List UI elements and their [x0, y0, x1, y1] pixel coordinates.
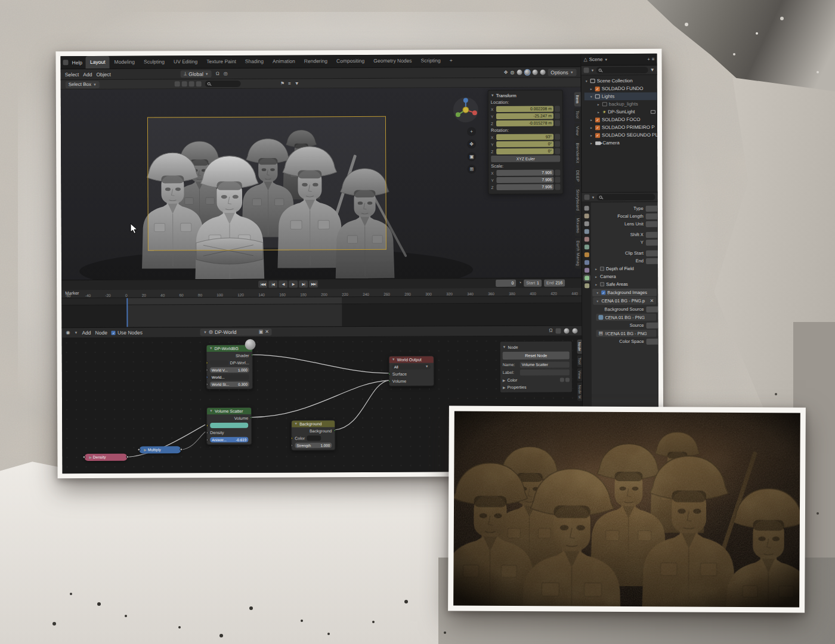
timeline-track[interactable]: 0: [61, 296, 582, 327]
use-nodes-checkbox[interactable]: ✓: [112, 330, 116, 335]
output-target-dropdown[interactable]: All▼: [392, 364, 431, 369]
section-safe-areas[interactable]: ▸ Safe Areas: [591, 280, 658, 288]
properties-tab-object-icon[interactable]: [584, 252, 589, 257]
properties-tab-material-icon[interactable]: [584, 283, 589, 288]
new-scene-button[interactable]: +: [647, 57, 650, 61]
outliner-row-soldado-primeiro[interactable]: ▸✓ SOLDADO PRIMEIRO P: [584, 123, 657, 132]
section-camera[interactable]: ▸ Camera: [591, 273, 658, 280]
shift-x-field[interactable]: [646, 232, 658, 238]
mode-icon-4[interactable]: [196, 81, 202, 86]
menu-add[interactable]: Add: [83, 71, 92, 77]
frame-start-field[interactable]: Start 1: [524, 280, 542, 287]
scene-options-icon[interactable]: ≡: [652, 57, 655, 61]
reset-node-button[interactable]: Reset Node: [503, 351, 570, 359]
node-header[interactable]: ▼ Volume Scatter: [207, 408, 251, 414]
volume-output-socket[interactable]: [250, 416, 251, 419]
workspace-tab-compositing[interactable]: Compositing: [332, 55, 369, 67]
sidebar-tab-storyboard[interactable]: Storyboard: [574, 186, 581, 213]
location-z-field[interactable]: -0.015278 m: [496, 120, 553, 126]
shading-material-icon[interactable]: [532, 70, 537, 75]
bookmark-icon[interactable]: ⚑: [280, 81, 284, 86]
viewport-search[interactable]: [205, 80, 241, 87]
node-label-field[interactable]: [520, 369, 570, 375]
sidebar-tab-blenderkit[interactable]: BlenderKit: [574, 140, 581, 166]
shader-output-socket[interactable]: [251, 354, 252, 357]
sidebar-tab-item[interactable]: Item: [574, 92, 581, 106]
node-header[interactable]: ▼ Background: [292, 420, 335, 427]
gizmo-z-axis[interactable]: [463, 98, 468, 103]
shader-tab-view[interactable]: View: [577, 368, 582, 381]
mode-icon-3[interactable]: [189, 81, 194, 86]
workspace-tab-modeling[interactable]: Modeling: [110, 56, 139, 69]
gizmo-y-axis[interactable]: [456, 112, 460, 117]
workspace-tab-layout[interactable]: Layout: [86, 56, 110, 69]
menu-object[interactable]: Object: [96, 71, 111, 77]
outliner-filter-icon[interactable]: ▼: [650, 67, 655, 72]
collection-checkbox-icon[interactable]: ✓: [595, 117, 600, 122]
strength-slider[interactable]: Strength1.000: [295, 442, 332, 448]
sidebar-tab-tool[interactable]: Tool: [574, 108, 581, 122]
scale-z-decorator[interactable]: [555, 184, 560, 190]
properties-tab-output-icon[interactable]: [584, 221, 589, 226]
proportional-edit-icon[interactable]: ◎: [224, 71, 228, 76]
rotation-y-decorator[interactable]: [555, 141, 560, 147]
world-datablock-selector[interactable]: ▼ ◍ DP-World ▣ ✕: [200, 329, 272, 336]
outliner-row-dp-sunlight[interactable]: ▸☀ DP-SunLight: [584, 108, 657, 116]
worldbg-strength-slider[interactable]: World St...0.300: [210, 381, 249, 386]
preview-sphere-icon[interactable]: [564, 328, 569, 333]
clip-end-field[interactable]: [646, 258, 658, 264]
sidebar-tab-darth[interactable]: Darth Manag: [575, 237, 582, 269]
density-input-socket[interactable]: [207, 431, 208, 434]
overlays-icon[interactable]: ◍: [510, 70, 514, 75]
colorspace-dropdown[interactable]: [647, 339, 658, 345]
blender-logo-icon[interactable]: [63, 60, 69, 65]
scale-x-field[interactable]: 7.906: [496, 170, 553, 176]
fake-user-shield-icon[interactable]: ▣: [259, 330, 264, 335]
scale-y-decorator[interactable]: [555, 177, 560, 183]
playhead[interactable]: 0: [126, 298, 128, 327]
outliner-row-camera[interactable]: ▸ Camera: [584, 139, 657, 147]
clip-start-field[interactable]: [646, 250, 658, 256]
collection-checkbox-icon[interactable]: ✓: [595, 125, 600, 130]
background-color-swatch[interactable]: [307, 435, 321, 441]
location-z-decorator[interactable]: [555, 120, 560, 126]
filter-funnel-icon[interactable]: ▼: [295, 81, 299, 86]
rotation-y-field[interactable]: 0°: [496, 141, 553, 147]
rotation-z-decorator[interactable]: [555, 148, 560, 154]
color-preset-icon[interactable]: [560, 377, 564, 382]
image-filepath-field[interactable]: ▤ //CENA 01 BG - PNG: [596, 330, 656, 337]
menu-help[interactable]: Help: [69, 60, 86, 66]
properties-tab-tool-icon[interactable]: [584, 206, 589, 210]
shader-menu-node[interactable]: Node: [95, 330, 107, 336]
transform-panel-header[interactable]: ▼ Transform: [491, 92, 560, 100]
outliner-row-soldado-segundo[interactable]: ▸✓ SOLDADO SEGUNDO PL: [584, 131, 657, 140]
lens-unit-field[interactable]: [646, 221, 658, 227]
sidebar-tab-deep[interactable]: DEEP: [574, 168, 581, 185]
camera-view-icon[interactable]: ▣: [467, 152, 476, 161]
scale-z-field[interactable]: 7.906: [496, 184, 553, 190]
frame-end-field[interactable]: End 216: [544, 279, 565, 286]
node-world-output[interactable]: ▼ World Output All▼ Surface Volume: [389, 355, 434, 386]
properties-search[interactable]: [596, 194, 655, 200]
outliner-row-soldado-foco[interactable]: ▸✓ SOLDADO FOCO: [584, 116, 657, 124]
location-x-decorator[interactable]: [555, 106, 560, 112]
unlink-datablock-icon[interactable]: ✕: [265, 330, 269, 335]
anisotropy-slider[interactable]: Anisotr...-0.619: [210, 436, 248, 442]
remove-image-icon[interactable]: ✕: [650, 298, 654, 303]
snapping-magnet-icon[interactable]: Ω: [549, 329, 552, 333]
perspective-icon[interactable]: ⊞: [467, 165, 476, 174]
color-menu-icon[interactable]: [565, 377, 570, 382]
workspace-tab-uvediting[interactable]: UV Editing: [169, 55, 202, 68]
image-datablock-selector[interactable]: CENA 01 BG - PNG: [596, 314, 656, 321]
gizmo-x-axis[interactable]: [472, 110, 477, 115]
prev-keyframe-button[interactable]: |◀: [268, 281, 277, 288]
scale-y-field[interactable]: 7.906: [496, 177, 553, 183]
node-name-field[interactable]: Volume Scatter: [520, 361, 570, 367]
navigation-gizmo[interactable]: [452, 96, 480, 123]
outliner-row-soldado-fundo[interactable]: ▸✓ SOLDADO FUNDO: [584, 85, 657, 93]
color-input-socket[interactable]: [207, 361, 208, 364]
background-source-dropdown[interactable]: [646, 306, 658, 312]
source-dropdown[interactable]: [646, 323, 658, 329]
background-image-item[interactable]: ▾ CENA 01 BG - PNG.p ✕: [593, 297, 656, 305]
outliner-row-backup-lights[interactable]: ▸ backup_lights: [584, 100, 657, 109]
